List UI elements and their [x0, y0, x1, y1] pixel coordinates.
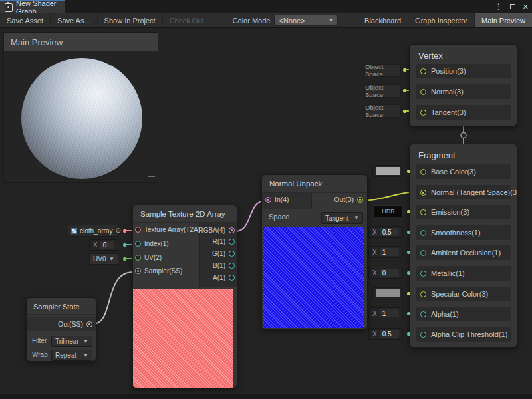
filter-select[interactable]: Trilinear ▼	[51, 336, 92, 347]
vertex-row-tangent[interactable]: Tangent(3)	[416, 105, 511, 120]
sampler-state-title: Sampler State	[27, 298, 96, 311]
fragment-row-base-color[interactable]: Base Color(3)	[416, 164, 511, 179]
ambient-occlusion-field[interactable]: X1	[368, 246, 403, 258]
default-dot	[407, 271, 410, 275]
default-dot	[407, 312, 410, 315]
default-dot	[407, 251, 410, 254]
normal-unpack-in[interactable]: In(4)	[265, 196, 289, 203]
node-vertex[interactable]: Vertex Position(3) Normal(3) Tangent(3)	[409, 44, 517, 126]
texture-thumb-icon	[71, 228, 77, 234]
specular-color-swatch[interactable]	[372, 287, 403, 299]
port-smoothness[interactable]	[420, 230, 426, 236]
texture-array-object-field[interactable]: cloth_array ⊙	[68, 225, 119, 237]
fragment-row-ambient-occlusion[interactable]: Ambient Occlusion(1)	[416, 245, 511, 260]
sample-output-b[interactable]: B(1)	[213, 262, 235, 269]
port-alpha[interactable]	[420, 311, 426, 317]
fragment-title: Fragment	[410, 144, 517, 160]
alpha-clip-field[interactable]: X0.5	[368, 328, 403, 340]
space-label: Space	[269, 213, 289, 221]
port-rgba[interactable]	[229, 227, 235, 233]
emission-hdr-field[interactable]: HDR	[374, 205, 403, 217]
port-sampler[interactable]	[135, 268, 141, 274]
metallic-field[interactable]: X0	[368, 267, 403, 279]
default-dot	[403, 89, 406, 92]
port-out-ss[interactable]	[86, 321, 92, 327]
fragment-row-emission[interactable]: Emission(3)	[416, 205, 511, 219]
port-in[interactable]	[265, 197, 271, 203]
space-chip-position[interactable]: Object Space	[364, 64, 401, 77]
port-index[interactable]	[135, 241, 141, 247]
main-preview-header[interactable]: Main Preview	[4, 33, 158, 51]
node-normal-unpack[interactable]: Normal Unpack In(4) Out(3) Space Tangent…	[261, 174, 368, 329]
fragment-row-normal-tangent[interactable]: Normal (Tangent Space)(3)	[416, 185, 511, 200]
filter-label: Filter	[32, 337, 47, 344]
normal-unpack-preview	[263, 227, 364, 328]
default-dot	[123, 229, 126, 233]
main-preview-panel: Main Preview	[3, 32, 158, 183]
port-b[interactable]	[229, 263, 235, 269]
index-value-field[interactable]: X 0	[89, 239, 118, 251]
wrap-label: Wrap	[32, 351, 48, 358]
port-g[interactable]	[229, 251, 235, 257]
normal-unpack-title: Normal Unpack	[262, 175, 367, 188]
chevron-down-icon: ▼	[354, 215, 359, 221]
port-position[interactable]	[420, 68, 426, 74]
port-normal-tangent[interactable]	[420, 190, 426, 196]
port-metallic[interactable]	[420, 271, 426, 277]
node-sample-texture-2d-array[interactable]: Sample Texture 2D Array Texture Array(T2…	[132, 205, 237, 388]
port-ambient-occlusion[interactable]	[420, 250, 426, 256]
space-chip-normal[interactable]: Object Space	[364, 84, 401, 98]
preview-sphere	[21, 58, 142, 179]
shader-graph-window: New Shader Graph ⋮ ✕ Save Asset Save As.…	[0, 0, 532, 399]
node-fragment[interactable]: Fragment Base Color(3) Normal (Tangent S…	[409, 144, 517, 348]
chevron-down-icon: ▼	[83, 353, 88, 358]
default-dot	[407, 292, 410, 295]
port-texture-array[interactable]	[135, 227, 141, 233]
sample-input-index[interactable]: Index(1)	[135, 240, 169, 247]
vertex-row-position[interactable]: Position(3)	[416, 64, 511, 78]
sample-output-a[interactable]: A(1)	[213, 274, 235, 281]
sampler-state-out[interactable]: Out(SS)	[58, 320, 92, 328]
sample-texture-preview	[133, 289, 233, 388]
sample-output-rgba[interactable]: RGBA(4)	[198, 227, 235, 234]
default-dot	[407, 332, 410, 336]
space-chip-tangent[interactable]: Object Space	[364, 104, 401, 118]
space-select[interactable]: Tangent ▼	[321, 212, 363, 224]
port-a[interactable]	[229, 275, 235, 281]
port-uv[interactable]	[135, 255, 141, 261]
port-out[interactable]	[357, 197, 363, 203]
sample-input-sampler[interactable]: Sampler(SS)	[135, 267, 182, 275]
node-sampler-state[interactable]: Sampler State Out(SS) Filter Trilinear ▼…	[26, 297, 96, 362]
sample-output-r[interactable]: R(1)	[213, 238, 235, 245]
sample-input-uv[interactable]: UV(2)	[135, 254, 162, 261]
fragment-row-alpha[interactable]: Alpha(1)	[416, 307, 511, 321]
fragment-row-metallic[interactable]: Metallic(1)	[416, 266, 511, 281]
port-tangent[interactable]	[420, 110, 426, 116]
default-dot	[407, 170, 410, 173]
base-color-swatch[interactable]	[372, 165, 403, 177]
fragment-row-smoothness[interactable]: Smoothness(1)	[416, 225, 511, 240]
object-picker-icon[interactable]: ⊙	[115, 227, 120, 234]
port-label: Tangent(3)	[431, 108, 466, 116]
normal-unpack-out[interactable]: Out(3)	[334, 196, 363, 203]
port-normal[interactable]	[420, 89, 426, 95]
alpha-field[interactable]: X1	[368, 307, 403, 319]
smoothness-field[interactable]: X0.5	[368, 226, 403, 238]
sample-input-texture-array[interactable]: Texture Array(T2A)	[135, 226, 200, 233]
uv-channel-select[interactable]: UV0 ▼	[89, 253, 118, 265]
chevron-down-icon: ▼	[83, 339, 88, 344]
port-alpha-clip-threshold[interactable]	[420, 332, 426, 338]
port-r[interactable]	[229, 239, 235, 245]
fragment-row-specular-color[interactable]: Specular Color(3)	[416, 287, 511, 301]
fragment-row-alpha-clip[interactable]: Alpha Clip Threshold(1)	[416, 327, 511, 342]
resize-grip[interactable]	[148, 176, 155, 180]
port-emission[interactable]	[420, 209, 426, 215]
vertex-row-normal[interactable]: Normal(3)	[416, 84, 511, 99]
port-label: Normal(3)	[431, 88, 464, 96]
default-dot	[403, 110, 406, 113]
wrap-select[interactable]: Repeat ▼	[51, 350, 92, 361]
sample-output-g[interactable]: G(1)	[212, 250, 235, 257]
port-base-color[interactable]	[420, 169, 426, 175]
default-dot	[123, 257, 126, 261]
port-specular-color[interactable]	[420, 291, 426, 297]
